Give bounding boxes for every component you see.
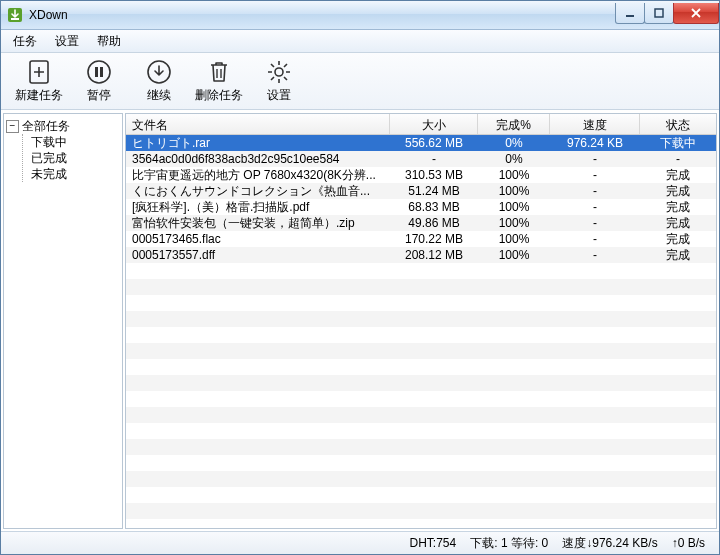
table-row[interactable]: [疯狂科学].（美）格雷.扫描版.pdf68.83 MB100%-完成 [126,199,716,215]
body: − 全部任务 下载中 已完成 未完成 文件名 大小 完成% 速度 状态 [1,110,719,531]
cell-size: 68.83 MB [390,199,478,215]
cell-filename: 比宇宙更遥远的地方 OP 7680x4320(8K分辨... [126,167,390,183]
tree-root-node[interactable]: − 全部任务 下载中 已完成 未完成 [6,118,120,182]
table-row-empty [126,471,716,487]
tree-collapse-icon[interactable]: − [6,120,19,133]
tree-item-downloading[interactable]: 下载中 [31,134,120,150]
table-row[interactable]: 0005173465.flac170.22 MB100%-完成 [126,231,716,247]
app-window: XDown 任务 设置 帮助 新建任务 暂停 继续 删除任务 [0,0,720,555]
resume-button[interactable]: 继续 [129,56,189,106]
col-header-speed[interactable]: 速度 [550,114,640,134]
menu-help[interactable]: 帮助 [89,31,129,52]
table-row-empty [126,391,716,407]
svg-rect-7 [100,67,103,77]
menu-tasks[interactable]: 任务 [5,31,45,52]
cell-status: 完成 [640,199,716,215]
new-task-label: 新建任务 [15,87,63,104]
maximize-button[interactable] [644,3,674,24]
cell-speed: - [550,183,640,199]
cell-size: 49.86 MB [390,215,478,231]
table-row-empty [126,375,716,391]
cell-speed: - [550,151,640,167]
menubar: 任务 设置 帮助 [1,30,719,53]
cell-percent: 100% [478,215,550,231]
table-row-empty [126,439,716,455]
status-speed-up: ↑0 B/s [672,536,705,550]
settings-button[interactable]: 设置 [249,56,309,106]
cell-percent: 100% [478,183,550,199]
tree-item-unfinished[interactable]: 未完成 [31,166,120,182]
table-row-empty [126,359,716,375]
tree: − 全部任务 下载中 已完成 未完成 [6,118,120,182]
cell-status: - [640,151,716,167]
cell-size: - [390,151,478,167]
cell-filename: 0005173465.flac [126,231,390,247]
cell-percent: 100% [478,231,550,247]
tree-root-label: 全部任务 [22,118,70,134]
statusbar: DHT:754 下载: 1 等待: 0 速度↓976.24 KB/s ↑0 B/… [1,531,719,554]
plus-file-icon [26,59,52,85]
table-row[interactable]: 0005173557.dff208.12 MB100%-完成 [126,247,716,263]
cell-speed: - [550,247,640,263]
table-row[interactable]: ヒトリゴト.rar556.62 MB0%976.24 KB下载中 [126,135,716,151]
cell-status: 完成 [640,215,716,231]
cell-filename: [疯狂科学].（美）格雷.扫描版.pdf [126,199,390,215]
table-row-empty [126,407,716,423]
cell-speed: - [550,199,640,215]
pause-button[interactable]: 暂停 [69,56,129,106]
main-panel: 文件名 大小 完成% 速度 状态 ヒトリゴト.rar556.62 MB0%976… [125,113,717,529]
app-icon [7,7,23,23]
col-header-size[interactable]: 大小 [390,114,478,134]
cell-filename: 0005173557.dff [126,247,390,263]
toolbar: 新建任务 暂停 继续 删除任务 设置 [1,53,719,110]
cell-percent: 100% [478,247,550,263]
table-row[interactable]: くにおくんサウンドコレクション《热血音...51.24 MB100%-完成 [126,183,716,199]
pause-label: 暂停 [87,87,111,104]
table-row[interactable]: 比宇宙更遥远的地方 OP 7680x4320(8K分辨...310.53 MB1… [126,167,716,183]
menu-settings[interactable]: 设置 [47,31,87,52]
cell-percent: 0% [478,135,550,151]
minimize-button[interactable] [615,3,645,24]
delete-task-label: 删除任务 [195,87,243,104]
cell-percent: 100% [478,199,550,215]
col-header-status[interactable]: 状态 [640,114,716,134]
table-row-empty [126,295,716,311]
window-title: XDown [29,8,68,22]
cell-size: 170.22 MB [390,231,478,247]
table-row[interactable]: 3564ac0d0d6f838acb3d2c95c10ee584-0%-- [126,151,716,167]
cell-filename: ヒトリゴト.rar [126,135,390,151]
svg-rect-2 [626,15,634,17]
tree-item-completed[interactable]: 已完成 [31,150,120,166]
col-header-name[interactable]: 文件名 [126,114,390,134]
pause-icon [86,59,112,85]
table-row-empty [126,455,716,471]
close-button[interactable] [673,3,719,24]
titlebar: XDown [1,1,719,30]
table-row-empty [126,503,716,519]
cell-size: 208.12 MB [390,247,478,263]
cell-status: 完成 [640,247,716,263]
cell-size: 51.24 MB [390,183,478,199]
cell-size: 556.62 MB [390,135,478,151]
delete-task-button[interactable]: 删除任务 [189,56,249,106]
cell-speed: - [550,167,640,183]
status-dht: DHT:754 [410,536,457,550]
table-body: ヒトリゴト.rar556.62 MB0%976.24 KB下载中3564ac0d… [126,135,716,528]
table-row[interactable]: 富怡软件安装包（一键安装，超简单）.zip49.86 MB100%-完成 [126,215,716,231]
cell-status: 下载中 [640,135,716,151]
status-speed-down: 速度↓976.24 KB/s [562,535,657,552]
cell-status: 完成 [640,167,716,183]
table-row-empty [126,263,716,279]
cell-status: 完成 [640,231,716,247]
svg-rect-6 [95,67,98,77]
status-downloads: 下载: 1 等待: 0 [470,535,548,552]
resume-label: 继续 [147,87,171,104]
settings-label: 设置 [267,87,291,104]
col-header-percent[interactable]: 完成% [478,114,550,134]
cell-speed: - [550,215,640,231]
new-task-button[interactable]: 新建任务 [9,56,69,106]
cell-percent: 0% [478,151,550,167]
download-circle-icon [146,59,172,85]
table-row-empty [126,519,716,528]
cell-filename: 3564ac0d0d6f838acb3d2c95c10ee584 [126,151,390,167]
